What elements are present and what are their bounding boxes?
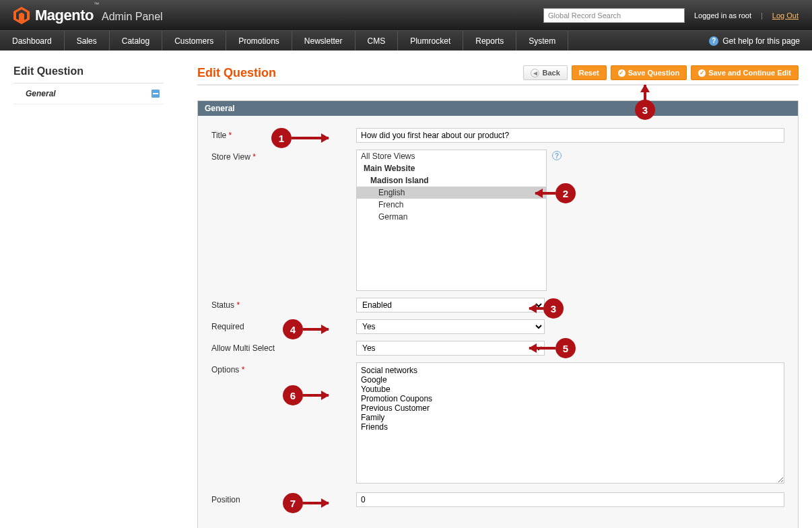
save-label: Save Question — [628, 69, 679, 77]
callout-arrow — [303, 394, 329, 397]
page-title: Edit Question — [197, 66, 276, 80]
global-search-input[interactable] — [543, 8, 685, 23]
callout-arrow — [292, 137, 329, 139]
storeview-select[interactable]: All Store Views Main Website Madison Isl… — [356, 150, 547, 291]
callout-6: 6 — [283, 385, 303, 405]
options-textarea[interactable] — [356, 362, 784, 484]
callout-arrow — [644, 85, 646, 100]
storeview-label: Store View * — [211, 150, 356, 162]
nav-reports[interactable]: Reports — [463, 31, 516, 51]
nav-help-link[interactable]: ? Get help for this page — [697, 31, 812, 51]
storeview-website: Main Website — [357, 162, 546, 174]
callout-3-top: 3 — [635, 100, 655, 120]
storeview-store-english[interactable]: English — [357, 187, 546, 199]
required-select[interactable]: Yes — [356, 319, 545, 334]
nav-promotions[interactable]: Promotions — [226, 31, 292, 51]
callout-2: 2 — [555, 183, 576, 203]
logo: Magento™Admin Panel — [13, 7, 163, 24]
save-question-button[interactable]: ✓Save Question — [611, 65, 687, 80]
content: Edit Question ◄Back Reset ✓Save Question… — [164, 65, 799, 528]
reset-button[interactable]: Reset — [572, 65, 607, 80]
info-icon[interactable]: ? — [552, 151, 562, 160]
nav-customers[interactable]: Customers — [162, 31, 226, 51]
back-button[interactable]: ◄Back — [523, 65, 567, 80]
sidebar-title: Edit Question — [13, 65, 164, 84]
page-actions: ◄Back Reset ✓Save Question ✓Save and Con… — [523, 65, 799, 80]
storeview-store-french[interactable]: French — [357, 199, 546, 211]
header-right: Logged in as root | Log Out — [543, 8, 799, 23]
callout-5: 5 — [555, 338, 576, 358]
logout-link[interactable]: Log Out — [772, 11, 799, 20]
main-nav: Dashboard Sales Catalog Customers Promot… — [0, 30, 812, 51]
general-panel: General Title * Store View * All Store V… — [197, 100, 799, 528]
save-continue-button[interactable]: ✓Save and Continue Edit — [691, 65, 799, 80]
status-label: Status * — [211, 298, 356, 310]
nav-help-label: Get help for this page — [722, 36, 800, 46]
back-label: Back — [542, 69, 560, 77]
position-input[interactable] — [356, 492, 784, 507]
callout-3-status: 3 — [543, 298, 564, 319]
help-icon: ? — [709, 36, 718, 46]
callout-4: 4 — [283, 319, 303, 339]
storeview-all[interactable]: All Store Views — [357, 150, 546, 162]
sidebar: Edit Question General — [13, 65, 164, 528]
status-select[interactable]: Enabled — [356, 298, 545, 312]
multiselect-select[interactable]: Yes — [356, 341, 545, 356]
page-head: Edit Question ◄Back Reset ✓Save Question… — [197, 65, 799, 86]
storeview-store-german[interactable]: German — [357, 211, 546, 223]
callout-7: 7 — [283, 493, 303, 513]
back-arrow-icon: ◄ — [531, 69, 539, 77]
nav-plumrocket[interactable]: Plumrocket — [398, 31, 463, 51]
nav-catalog[interactable]: Catalog — [110, 31, 162, 51]
nav-cms[interactable]: CMS — [356, 31, 399, 51]
nav-newsletter[interactable]: Newsletter — [292, 31, 356, 51]
panel-title: General — [198, 101, 798, 116]
multiselect-label: Allow Multi Select — [211, 341, 356, 353]
admin-header: Magento™Admin Panel Logged in as root | … — [0, 0, 812, 30]
options-label: Options * — [211, 362, 356, 374]
callout-1: 1 — [271, 128, 292, 148]
title-input[interactable] — [356, 128, 784, 143]
logged-in-text: Logged in as root — [694, 11, 751, 20]
storeview-group: Madison Island — [357, 174, 546, 187]
separator: | — [761, 11, 763, 20]
save-continue-label: Save and Continue Edit — [708, 69, 791, 77]
magento-logo-icon — [13, 7, 30, 24]
nav-system[interactable]: System — [516, 31, 568, 51]
callout-arrow — [529, 347, 555, 350]
check-icon: ✓ — [618, 69, 625, 77]
brand-name: Magento™Admin Panel — [35, 7, 163, 24]
sidebar-item-general[interactable]: General — [13, 84, 164, 104]
callout-arrow — [529, 307, 543, 310]
collapse-icon — [151, 90, 160, 98]
nav-sales[interactable]: Sales — [65, 31, 110, 51]
callout-arrow — [303, 328, 329, 331]
sidebar-item-label: General — [26, 89, 56, 98]
callout-arrow — [535, 192, 555, 195]
check-icon: ✓ — [698, 69, 706, 77]
svg-rect-1 — [153, 93, 158, 94]
callout-arrow — [303, 502, 329, 504]
nav-dashboard[interactable]: Dashboard — [0, 31, 65, 51]
